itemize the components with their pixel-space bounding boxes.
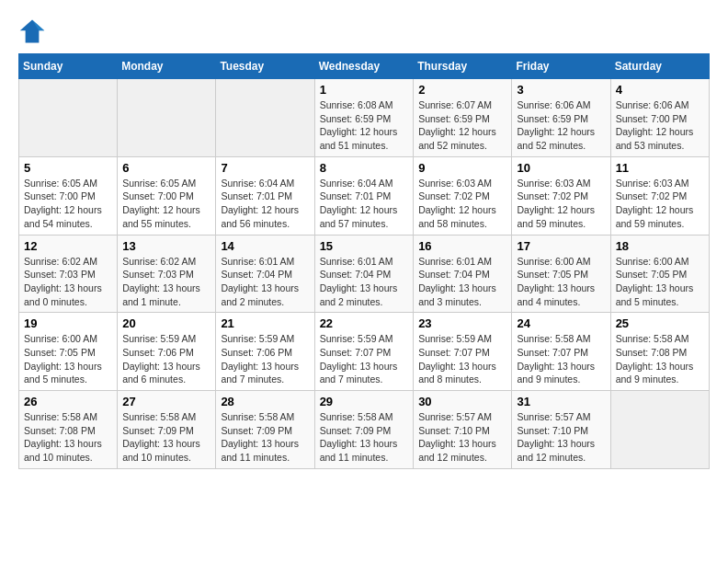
calendar-cell: 23Sunrise: 5:59 AM Sunset: 7:07 PM Dayli… (414, 313, 512, 391)
day-number: 11 (616, 161, 704, 175)
calendar-cell: 22Sunrise: 5:59 AM Sunset: 7:07 PM Dayli… (314, 313, 414, 391)
day-info: Sunrise: 6:00 AM Sunset: 7:05 PM Dayligh… (24, 332, 112, 386)
calendar-cell (216, 79, 314, 157)
calendar-cell: 16Sunrise: 6:01 AM Sunset: 7:04 PM Dayli… (414, 235, 512, 313)
calendar-week-4: 19Sunrise: 6:00 AM Sunset: 7:05 PM Dayli… (19, 313, 710, 391)
day-number: 7 (221, 161, 309, 175)
day-number: 3 (517, 83, 605, 97)
calendar-cell: 9Sunrise: 6:03 AM Sunset: 7:02 PM Daylig… (414, 156, 512, 235)
day-info: Sunrise: 5:57 AM Sunset: 7:10 PM Dayligh… (418, 410, 506, 465)
day-info: Sunrise: 6:05 AM Sunset: 7:00 PM Dayligh… (122, 177, 210, 231)
day-info: Sunrise: 6:02 AM Sunset: 7:03 PM Dayligh… (24, 255, 112, 309)
day-number: 26 (24, 395, 112, 408)
day-info: Sunrise: 5:59 AM Sunset: 7:06 PM Dayligh… (221, 332, 309, 386)
calendar-cell: 18Sunrise: 6:00 AM Sunset: 7:05 PM Dayli… (610, 235, 709, 313)
day-number: 29 (320, 395, 409, 408)
calendar-cell: 21Sunrise: 5:59 AM Sunset: 7:06 PM Dayli… (216, 313, 314, 391)
day-info: Sunrise: 6:01 AM Sunset: 7:04 PM Dayligh… (320, 255, 409, 309)
day-number: 8 (320, 161, 409, 175)
calendar-cell: 8Sunrise: 6:04 AM Sunset: 7:01 PM Daylig… (314, 156, 414, 235)
day-number: 24 (517, 316, 605, 330)
calendar-cell: 12Sunrise: 6:02 AM Sunset: 7:03 PM Dayli… (19, 235, 118, 313)
calendar-cell: 2Sunrise: 6:07 AM Sunset: 6:59 PM Daylig… (414, 79, 512, 157)
day-number: 10 (517, 161, 605, 175)
day-info: Sunrise: 6:04 AM Sunset: 7:01 PM Dayligh… (320, 177, 409, 231)
calendar-cell: 30Sunrise: 5:57 AM Sunset: 7:10 PM Dayli… (414, 391, 512, 469)
weekday-header-thursday: Thursday (414, 54, 512, 79)
calendar-cell: 20Sunrise: 5:59 AM Sunset: 7:06 PM Dayli… (118, 313, 216, 391)
day-number: 17 (517, 239, 605, 253)
day-info: Sunrise: 6:06 AM Sunset: 7:00 PM Dayligh… (616, 98, 704, 153)
calendar-week-2: 5Sunrise: 6:05 AM Sunset: 7:00 PM Daylig… (19, 156, 710, 235)
day-info: Sunrise: 5:59 AM Sunset: 7:06 PM Dayligh… (122, 332, 210, 386)
day-number: 5 (24, 161, 112, 175)
weekday-header-tuesday: Tuesday (216, 54, 314, 79)
day-info: Sunrise: 6:03 AM Sunset: 7:02 PM Dayligh… (418, 177, 506, 231)
logo-icon (18, 18, 46, 44)
calendar-cell: 28Sunrise: 5:58 AM Sunset: 7:09 PM Dayli… (216, 391, 314, 469)
weekday-header-saturday: Saturday (610, 54, 709, 79)
day-number: 21 (221, 316, 309, 330)
calendar-cell: 7Sunrise: 6:04 AM Sunset: 7:01 PM Daylig… (216, 156, 314, 235)
calendar-cell: 15Sunrise: 6:01 AM Sunset: 7:04 PM Dayli… (314, 235, 414, 313)
day-number: 22 (320, 316, 409, 330)
day-number: 4 (616, 83, 704, 97)
weekday-header-wednesday: Wednesday (314, 54, 414, 79)
day-info: Sunrise: 5:58 AM Sunset: 7:09 PM Dayligh… (320, 410, 409, 465)
logo (18, 18, 50, 44)
day-number: 14 (221, 239, 309, 253)
day-info: Sunrise: 6:03 AM Sunset: 7:02 PM Dayligh… (616, 177, 704, 231)
day-info: Sunrise: 6:00 AM Sunset: 7:05 PM Dayligh… (517, 255, 605, 309)
day-info: Sunrise: 6:07 AM Sunset: 6:59 PM Dayligh… (418, 98, 506, 153)
day-info: Sunrise: 6:01 AM Sunset: 7:04 PM Dayligh… (221, 255, 309, 309)
day-info: Sunrise: 6:01 AM Sunset: 7:04 PM Dayligh… (418, 255, 506, 309)
day-number: 23 (418, 316, 506, 330)
day-number: 6 (122, 161, 210, 175)
calendar-cell: 13Sunrise: 6:02 AM Sunset: 7:03 PM Dayli… (118, 235, 216, 313)
header-row: SundayMondayTuesdayWednesdayThursdayFrid… (19, 54, 710, 79)
day-info: Sunrise: 5:57 AM Sunset: 7:10 PM Dayligh… (517, 410, 605, 465)
calendar-cell: 27Sunrise: 5:58 AM Sunset: 7:09 PM Dayli… (118, 391, 216, 469)
calendar-cell: 6Sunrise: 6:05 AM Sunset: 7:00 PM Daylig… (118, 156, 216, 235)
calendar-cell: 26Sunrise: 5:58 AM Sunset: 7:08 PM Dayli… (19, 391, 118, 469)
day-number: 28 (221, 395, 309, 408)
calendar-cell: 4Sunrise: 6:06 AM Sunset: 7:00 PM Daylig… (610, 79, 709, 157)
day-number: 9 (418, 161, 506, 175)
day-number: 15 (320, 239, 409, 253)
calendar-week-5: 26Sunrise: 5:58 AM Sunset: 7:08 PM Dayli… (19, 391, 710, 469)
calendar-cell: 19Sunrise: 6:00 AM Sunset: 7:05 PM Dayli… (19, 313, 118, 391)
day-info: Sunrise: 5:59 AM Sunset: 7:07 PM Dayligh… (320, 332, 409, 386)
day-info: Sunrise: 5:58 AM Sunset: 7:09 PM Dayligh… (122, 410, 210, 465)
calendar-cell: 11Sunrise: 6:03 AM Sunset: 7:02 PM Dayli… (610, 156, 709, 235)
calendar-cell: 5Sunrise: 6:05 AM Sunset: 7:00 PM Daylig… (19, 156, 118, 235)
calendar-cell: 14Sunrise: 6:01 AM Sunset: 7:04 PM Dayli… (216, 235, 314, 313)
day-number: 1 (320, 83, 409, 97)
calendar-cell (118, 79, 216, 157)
day-number: 13 (122, 239, 210, 253)
day-number: 31 (517, 395, 605, 408)
calendar-cell (610, 391, 709, 469)
day-info: Sunrise: 5:59 AM Sunset: 7:07 PM Dayligh… (418, 332, 506, 386)
calendar-cell: 24Sunrise: 5:58 AM Sunset: 7:07 PM Dayli… (512, 313, 610, 391)
weekday-header-monday: Monday (118, 54, 216, 79)
svg-marker-0 (20, 19, 45, 42)
day-info: Sunrise: 6:06 AM Sunset: 6:59 PM Dayligh… (517, 98, 605, 153)
day-info: Sunrise: 5:58 AM Sunset: 7:07 PM Dayligh… (517, 332, 605, 386)
calendar-cell: 25Sunrise: 5:58 AM Sunset: 7:08 PM Dayli… (610, 313, 709, 391)
day-number: 30 (418, 395, 506, 408)
calendar-cell (19, 79, 118, 157)
day-info: Sunrise: 5:58 AM Sunset: 7:09 PM Dayligh… (221, 410, 309, 465)
day-number: 16 (418, 239, 506, 253)
day-info: Sunrise: 6:03 AM Sunset: 7:02 PM Dayligh… (517, 177, 605, 231)
calendar-cell: 3Sunrise: 6:06 AM Sunset: 6:59 PM Daylig… (512, 79, 610, 157)
day-number: 25 (616, 316, 704, 330)
day-info: Sunrise: 5:58 AM Sunset: 7:08 PM Dayligh… (24, 410, 112, 465)
weekday-header-friday: Friday (512, 54, 610, 79)
day-info: Sunrise: 6:05 AM Sunset: 7:00 PM Dayligh… (24, 177, 112, 231)
day-info: Sunrise: 6:02 AM Sunset: 7:03 PM Dayligh… (122, 255, 210, 309)
calendar-table: SundayMondayTuesdayWednesdayThursdayFrid… (18, 53, 710, 469)
calendar-cell: 10Sunrise: 6:03 AM Sunset: 7:02 PM Dayli… (512, 156, 610, 235)
calendar-week-3: 12Sunrise: 6:02 AM Sunset: 7:03 PM Dayli… (19, 235, 710, 313)
calendar-cell: 1Sunrise: 6:08 AM Sunset: 6:59 PM Daylig… (314, 79, 414, 157)
day-number: 20 (122, 316, 210, 330)
